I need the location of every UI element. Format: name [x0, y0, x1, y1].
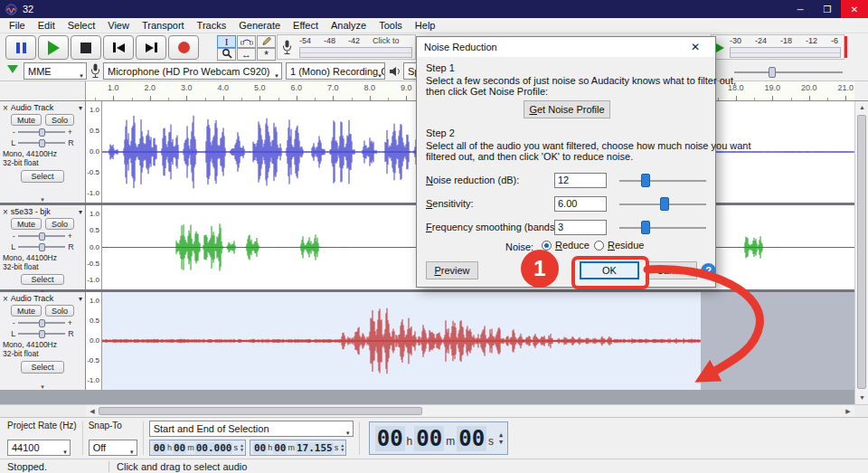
minimize-button[interactable]: ─ [787, 0, 814, 18]
playback-volume-slider[interactable] [734, 67, 843, 78]
selection-mode-select[interactable]: Start and End of Selection [149, 421, 354, 437]
spinner-icon[interactable] [341, 443, 344, 452]
zoom-tool-button[interactable] [217, 48, 236, 61]
preview-button[interactable]: Preview [426, 261, 478, 279]
project-rate-select[interactable]: 44100 [7, 440, 71, 456]
solo-button[interactable]: Solo [45, 218, 74, 230]
track-name[interactable]: Audio Track [11, 294, 76, 303]
vertical-scrollbar[interactable]: ▲ ▼ [854, 101, 868, 404]
recording-meter[interactable]: -54-48-42 Click to [277, 34, 416, 60]
record-button[interactable] [168, 35, 199, 60]
gain-slider[interactable]: -+ [3, 318, 82, 327]
multi-tool-button[interactable] [257, 48, 276, 61]
track-collapse-icon[interactable] [3, 382, 82, 388]
noise-reduction-slider[interactable] [619, 173, 706, 188]
maximize-button[interactable]: ❐ [814, 0, 841, 18]
draw-tool-button[interactable] [257, 35, 276, 48]
track-name[interactable]: s5e33 - bjk [11, 207, 76, 216]
skip-to-end-button[interactable] [136, 35, 166, 60]
menu-generate[interactable]: Generate [232, 20, 287, 31]
frequency-smoothing-input[interactable]: 3 [554, 220, 607, 235]
mute-button[interactable]: Mute [11, 114, 42, 126]
pause-button[interactable] [5, 35, 36, 60]
gain-slider[interactable]: -+ [3, 128, 82, 137]
scroll-up-arrow[interactable]: ▲ [855, 101, 868, 114]
pan-slider[interactable]: LR [3, 138, 82, 147]
dialog-title-bar[interactable]: Noise Reduction ✕ [417, 37, 715, 57]
input-channels-select[interactable]: 1 (Mono) Recording Chann [286, 62, 385, 80]
track-select-button[interactable]: Select [21, 361, 63, 374]
audio-host-select[interactable]: MME [24, 62, 87, 80]
reduce-radio[interactable]: Reduce [542, 240, 590, 251]
input-device-select[interactable]: Microphone (HD Pro Webcam C920) [103, 62, 282, 80]
slider-thumb[interactable] [641, 221, 650, 234]
skip-to-start-button[interactable] [103, 35, 134, 60]
vertical-scrollbar-thumb[interactable] [857, 115, 866, 389]
menu-select[interactable]: Select [61, 20, 102, 31]
menu-edit[interactable]: Edit [32, 20, 61, 31]
track-close-button[interactable]: × [3, 104, 8, 112]
track-menu-caret-icon[interactable] [79, 294, 82, 303]
residue-radio[interactable]: Residue [594, 240, 644, 251]
spinner-icon[interactable] [241, 443, 243, 452]
sensitivity-slider[interactable] [619, 196, 706, 212]
title-bar[interactable]: 32 ─ ❐ ✕ [0, 0, 868, 18]
horizontal-scrollbar[interactable]: ◀ ▶ [86, 404, 854, 417]
track-menu-caret-icon[interactable] [79, 207, 82, 216]
stop-button[interactable] [71, 35, 101, 60]
close-button[interactable]: ✕ [841, 0, 868, 18]
track-name[interactable]: Audio Track [11, 103, 76, 112]
playback-meter[interactable]: -30-24-18-12-6 [711, 34, 844, 60]
menu-help[interactable]: Help [409, 20, 442, 31]
dialog-close-button[interactable]: ✕ [683, 41, 708, 53]
menu-file[interactable]: File [3, 20, 32, 31]
slider-thumb[interactable] [39, 330, 45, 338]
slider-thumb[interactable] [39, 128, 45, 137]
menu-tools[interactable]: Tools [373, 20, 409, 31]
scroll-down-arrow[interactable]: ▼ [855, 392, 868, 404]
selection-start-field[interactable]: 00h 00m 00.000s [149, 440, 246, 456]
amplitude-scale[interactable]: 1.00.50.0-0.5-1.0 [86, 292, 102, 390]
pinned-play-head-icon[interactable] [7, 65, 18, 73]
horizontal-scrollbar-thumb[interactable] [99, 407, 422, 415]
sensitivity-input[interactable]: 6.00 [554, 196, 607, 212]
envelope-tool-button[interactable] [237, 35, 256, 48]
noise-reduction-input[interactable]: 12 [554, 173, 607, 188]
slider-thumb[interactable] [39, 243, 45, 251]
frequency-smoothing-slider[interactable] [619, 220, 706, 235]
menu-effect[interactable]: Effect [287, 20, 325, 31]
slider-thumb[interactable] [39, 139, 45, 147]
track-collapse-icon[interactable] [3, 194, 82, 201]
pan-slider[interactable]: LR [3, 242, 82, 251]
slider-thumb[interactable] [769, 67, 776, 78]
play-button[interactable] [38, 35, 69, 60]
slider-thumb[interactable] [39, 232, 45, 241]
track-select-button[interactable]: Select [21, 170, 63, 183]
track-menu-caret-icon[interactable] [79, 103, 82, 112]
gain-slider[interactable]: -+ [3, 232, 82, 241]
pan-slider[interactable]: LR [3, 329, 82, 338]
selection-tool-button[interactable] [217, 35, 236, 48]
solo-button[interactable]: Solo [45, 114, 74, 126]
slider-thumb[interactable] [660, 197, 669, 211]
amplitude-scale[interactable]: 1.00.50.0-0.5-1.0 [86, 101, 102, 203]
mute-button[interactable]: Mute [11, 218, 42, 230]
get-noise-profile-button[interactable]: Get Noise Profile [524, 100, 610, 118]
snap-to-select[interactable]: Off [89, 440, 137, 456]
track-close-button[interactable]: × [3, 295, 8, 303]
time-shift-tool-button[interactable] [237, 48, 256, 61]
slider-thumb[interactable] [641, 174, 650, 187]
menu-view[interactable]: View [101, 20, 136, 31]
mute-button[interactable]: Mute [11, 305, 42, 317]
audio-position-display[interactable]: 00h 00m 00s [369, 421, 509, 455]
menu-transport[interactable]: Transport [136, 20, 191, 31]
selection-end-field[interactable]: 00h 00m 17.155s [250, 440, 346, 456]
slider-thumb[interactable] [39, 319, 45, 327]
track-select-button[interactable]: Select [21, 274, 63, 285]
spinner-icon[interactable] [499, 431, 503, 446]
track-close-button[interactable]: × [3, 208, 8, 216]
scroll-right-arrow[interactable]: ▶ [842, 405, 854, 417]
solo-button[interactable]: Solo [45, 305, 74, 317]
scroll-left-arrow[interactable]: ◀ [86, 405, 99, 417]
amplitude-scale[interactable]: 1.00.50.0-0.5-1.0 [86, 205, 102, 289]
